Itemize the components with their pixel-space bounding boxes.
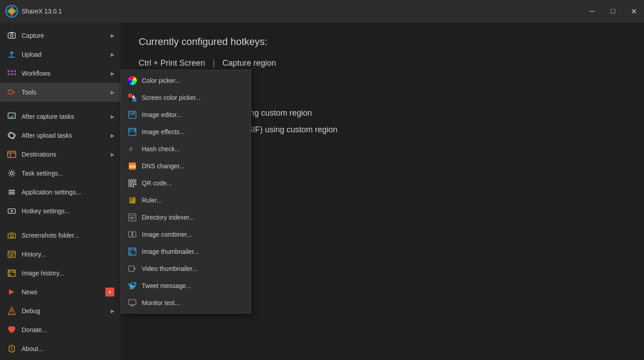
dns-changer-label: DNS changer... [142, 162, 185, 170]
sidebar-item-workflows[interactable]: Workflows ▶ [0, 64, 121, 83]
svg-rect-80 [129, 252, 132, 255]
sidebar-item-tools[interactable]: Tools ▶ [0, 83, 121, 102]
sidebar-item-upload[interactable]: Upload ▶ [0, 45, 121, 64]
submenu-image-editor[interactable]: Image editor... [121, 106, 251, 123]
svg-rect-53 [129, 128, 131, 132]
qr-code-icon [127, 178, 137, 188]
hotkey-sep-1: | [211, 58, 217, 68]
sidebar-item-news[interactable]: News + [0, 283, 121, 302]
upload-chevron: ▶ [111, 52, 114, 58]
svg-point-43 [11, 347, 13, 349]
maximize-button[interactable]: □ [603, 0, 623, 22]
window-controls: ─ □ ✕ [582, 0, 644, 22]
sidebar-item-task-settings[interactable]: Task settings... [0, 164, 121, 183]
destinations-chevron: ▶ [111, 152, 114, 158]
qr-code-label: QR code... [142, 180, 172, 187]
submenu-directory-indexer[interactable]: Directory indexer... [121, 209, 251, 226]
tools-submenu: Color picker... Screen color picker... I… [121, 70, 251, 314]
sidebar-item-hotkey-settings[interactable]: Hotkey settings... [0, 202, 121, 220]
hash-check-icon: # [127, 144, 137, 154]
app-title: ShareX 13.0.1 [22, 8, 62, 15]
submenu-qr-code[interactable]: QR code... [121, 175, 251, 192]
submenu-video-thumbnailer[interactable]: Video thumbnailer... [121, 260, 251, 277]
submenu-image-effects[interactable]: Image effects... [121, 123, 251, 140]
svg-rect-74 [129, 232, 132, 237]
image-combiner-label: Image combiner... [142, 231, 192, 238]
after-upload-chevron: ▶ [111, 133, 114, 139]
sidebar-item-donate[interactable]: Donate... [0, 320, 121, 339]
sidebar-item-about[interactable]: About... [0, 339, 121, 358]
sidebar-item-app-settings[interactable]: Application settings... [0, 183, 121, 202]
close-button[interactable]: ✕ [623, 0, 644, 22]
svg-rect-62 [134, 180, 135, 182]
screen-color-picker-icon [127, 93, 137, 103]
sidebar-item-capture[interactable]: Capture ▶ [0, 26, 121, 45]
capture-label: Capture [22, 32, 44, 39]
twitter-icon: 🐦 [127, 281, 137, 291]
screen-color-picker-label: Screen color picker... [142, 94, 201, 101]
sidebar-item-history[interactable]: History... [0, 245, 121, 264]
submenu-monitor-test[interactable]: Monitor test... [121, 294, 251, 311]
task-settings-icon [6, 168, 17, 179]
ruler-label: Ruler... [142, 197, 162, 204]
video-thumbnailer-icon [127, 264, 137, 274]
app-logo [5, 5, 18, 18]
sidebar-item-after-upload[interactable]: After upload tasks ▶ [0, 126, 121, 145]
svg-rect-75 [133, 232, 136, 237]
svg-text:#: # [129, 145, 133, 153]
svg-rect-13 [9, 90, 12, 91]
svg-point-1 [10, 9, 14, 13]
svg-rect-67 [133, 186, 134, 187]
color-picker-label: Color picker... [142, 77, 180, 84]
svg-marker-38 [9, 289, 14, 295]
workflows-icon [6, 68, 17, 79]
sidebar-item-destinations[interactable]: Destinations ▶ [0, 145, 121, 164]
upload-label: Upload [22, 51, 41, 58]
title-bar: ShareX 13.0.1 ─ □ ✕ [0, 0, 644, 22]
sidebar-item-after-capture[interactable]: After capture tasks ▶ [0, 107, 121, 126]
submenu-dns-changer[interactable]: 255 DNS changer... [121, 158, 251, 175]
svg-rect-8 [14, 70, 16, 72]
history-icon [6, 249, 17, 260]
submenu-image-combiner[interactable]: Image combiner... [121, 226, 251, 243]
svg-rect-78 [129, 248, 132, 251]
image-combiner-icon [127, 230, 137, 239]
hotkeys-title: Currently configured hotkeys: [139, 36, 626, 48]
submenu-color-picker[interactable]: Color picker... [121, 72, 251, 89]
sidebar-item-debug[interactable]: Debug ▶ [0, 302, 121, 320]
hotkey-row-1: Ctrl + Print Screen | Capture region [139, 58, 626, 68]
after-upload-label: After upload tasks [22, 132, 72, 139]
svg-rect-84 [129, 300, 136, 305]
submenu-image-thumbnailer[interactable]: Image thumbnailer... [121, 243, 251, 260]
history-label: History... [22, 251, 46, 258]
svg-rect-36 [12, 270, 15, 273]
svg-rect-46 [128, 94, 132, 98]
image-editor-label: Image editor... [142, 111, 182, 118]
news-badge: + [105, 288, 114, 297]
submenu-hash-check[interactable]: # Hash check... [121, 140, 251, 158]
after-capture-icon [6, 111, 17, 122]
submenu-screen-color-picker[interactable]: Screen color picker... [121, 89, 251, 106]
submenu-tweet-message[interactable]: 🐦 Tweet message... [121, 277, 251, 294]
after-capture-label: After capture tasks [22, 113, 74, 120]
capture-icon [6, 30, 17, 41]
submenu-ruler[interactable]: Ruler... [121, 192, 251, 209]
svg-rect-50 [129, 111, 133, 116]
svg-rect-7 [11, 70, 13, 72]
tools-icon [6, 87, 17, 98]
svg-point-29 [10, 234, 13, 237]
news-icon [6, 287, 17, 297]
upload-icon [6, 49, 17, 60]
sidebar-item-image-history[interactable]: Image history... [0, 264, 121, 283]
svg-rect-18 [8, 151, 16, 158]
image-effects-icon [127, 127, 137, 137]
minimize-button[interactable]: ─ [582, 0, 603, 22]
sidebar-item-screenshots[interactable]: Screenshots folder... [0, 226, 121, 245]
donate-label: Donate... [22, 326, 47, 333]
image-history-icon [6, 268, 17, 279]
svg-rect-81 [129, 266, 134, 271]
hotkey-settings-label: Hotkey settings... [22, 207, 70, 215]
svg-text:🐦: 🐦 [129, 283, 136, 290]
screenshots-icon [6, 230, 17, 241]
directory-indexer-label: Directory indexer... [142, 214, 194, 221]
